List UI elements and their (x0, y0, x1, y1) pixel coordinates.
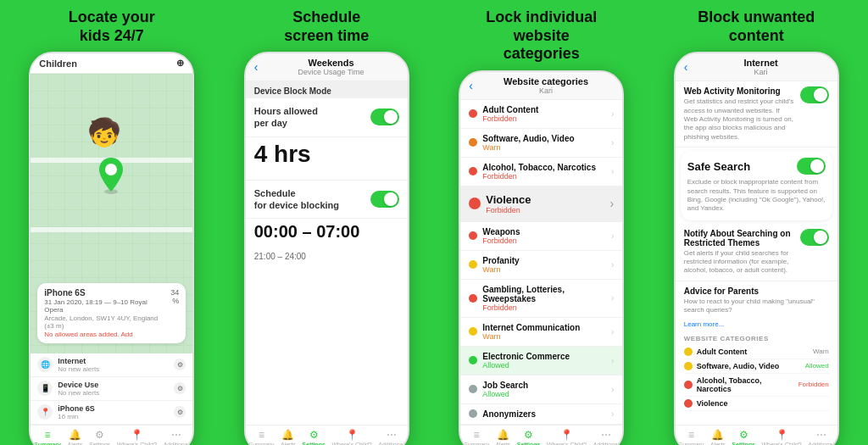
schedule-title-block: Weekends Device Usage Time (263, 58, 398, 76)
wc-alcohol[interactable]: Alcohol, Tobacco, Narcotics Forbidden (684, 374, 829, 397)
wc-violence-name: Violence (697, 399, 825, 408)
deviceuse-text: Device Use No new alerts (58, 381, 169, 397)
additional-label-4: Additional (808, 442, 834, 445)
back-button-2[interactable]: ‹ (254, 60, 259, 74)
safe-search-header: Safe Search (687, 158, 826, 175)
summary-icon-2: ≡ (259, 429, 264, 441)
nav-alerts-2[interactable]: 🔔 Alerts (281, 429, 296, 445)
block-header: ‹ Internet Kari (676, 53, 837, 81)
alerts-icon-3: 🔔 (497, 429, 509, 441)
wc-adult-status: Warn (813, 348, 829, 355)
nav-alerts-3[interactable]: 🔔 Alerts (495, 429, 510, 445)
panel-locate: Locate yourkids 24/7 Children ⊕ 🧒 (7, 8, 217, 445)
nav-additional-1[interactable]: ⋯ Additional (164, 429, 190, 445)
nav-settings-4[interactable]: ⚙ Settings (732, 429, 755, 445)
settings-label-2: Settings (302, 442, 326, 445)
deviceuse-label: Device Use (58, 381, 169, 389)
alerts-label-3: Alerts (495, 442, 510, 445)
panel3-title: Lock individualwebsitecategories (477, 8, 605, 64)
bottom-nav-3: ≡ Summary 🔔 Alerts ⚙ Settings 📍 Where's … (460, 425, 622, 445)
bottom-nav-4: ≡ Summary 🔔 Alerts ⚙ Settings 📍 Where's … (676, 425, 837, 445)
advice-desc: How to react to your child making "unusu… (684, 298, 829, 315)
nav-summary-3[interactable]: ≡ Summary (464, 429, 489, 445)
ecommerce-status: Allowed (482, 361, 606, 370)
cat-weapons[interactable]: WeaponsForbidden › (460, 222, 622, 251)
internet-settings-icon[interactable]: ⚙ (174, 359, 186, 370)
wc-violence[interactable]: Violence (684, 397, 829, 411)
cat-gambling[interactable]: Gambling, Lotteries, SweepstakesForbidde… (460, 280, 622, 318)
map-area: 🧒 iPhone 6S 31 Jan 2020, 18:19 — 9–10 Ro… (31, 74, 192, 353)
wc-software-dot (684, 362, 693, 370)
cat-job-search[interactable]: Job SearchAllowed › (460, 375, 622, 404)
hours-value: 4 hrs (246, 137, 408, 175)
cat-software[interactable]: Software, Audio, VideoWarn › (460, 129, 622, 158)
alcohol-chevron-icon: › (611, 167, 614, 176)
nav-where-3[interactable]: 📍 Where's Child? (547, 429, 587, 445)
where-label-3: Where's Child? (547, 442, 587, 445)
back-button-3[interactable]: ‹ (469, 79, 473, 92)
weapons-name: Weapons (482, 227, 606, 236)
schedule-row: Schedulefor device blocking (246, 180, 408, 220)
web-activity-desc: Get statistics and restrict your child's… (684, 97, 795, 142)
nav-summary-4[interactable]: ≡ Summary (679, 429, 704, 445)
settings-icon-3: ⚙ (524, 429, 533, 441)
panel4-title: Block unwantedcontent (689, 8, 823, 45)
nav-settings-1[interactable]: ⚙ Settings (89, 429, 110, 445)
nav-additional-3[interactable]: ⋯ Additional (593, 429, 620, 445)
internet-text: Internet No new alerts (58, 357, 169, 373)
nav-additional-4[interactable]: ⋯ Additional (808, 429, 834, 445)
learn-more-link[interactable]: Learn more... (676, 320, 837, 331)
nav-where-2[interactable]: 📍 Where's Child? (331, 429, 371, 445)
anonymizers-chevron-icon: › (611, 409, 614, 419)
cat-ecommerce[interactable]: Electronic CommerceAllowed › (460, 347, 622, 375)
adult-status: Forbidden (482, 114, 606, 123)
block-title-text: Internet (693, 58, 828, 68)
notify-toggle[interactable] (800, 229, 829, 246)
wc-software[interactable]: Software, Audio, Video Allowed (684, 359, 829, 374)
block-subtitle: Kari (693, 68, 828, 76)
weapons-dot (469, 231, 477, 240)
wc-adult-dot (684, 348, 693, 356)
iphone-settings-icon[interactable]: ⚙ (174, 406, 186, 418)
cat-anonymizers[interactable]: Anonymizers › (460, 404, 622, 425)
alerts-icon-2: 🔔 (281, 429, 294, 441)
wc-alcohol-name: Alcohol, Tobacco, Narcotics (697, 376, 794, 393)
nav-where-1[interactable]: 📍 Where's Child? (117, 429, 157, 445)
web-activity-toggle[interactable] (800, 86, 829, 103)
adult-name: Adult Content (482, 105, 606, 114)
cat-adult-content[interactable]: Adult ContentForbidden › (460, 100, 622, 129)
nav-alerts-1[interactable]: 🔔 Alerts (68, 429, 83, 445)
weapons-chevron-icon: › (611, 231, 614, 241)
nav-summary-2[interactable]: ≡ Summary (249, 429, 275, 445)
schedule-toggle[interactable] (370, 191, 399, 208)
nav-alerts-4[interactable]: 🔔 Alerts (710, 429, 726, 445)
cat-profanity[interactable]: ProfanityWarn › (460, 251, 622, 280)
nav-where-4[interactable]: 📍 Where's Child? (761, 429, 801, 445)
safe-search-toggle[interactable] (797, 158, 826, 175)
deviceuse-settings-icon[interactable]: ⚙ (174, 382, 186, 394)
back-button-4[interactable]: ‹ (684, 60, 688, 74)
nav-settings-2[interactable]: ⚙ Settings (302, 429, 326, 445)
alcohol-name: Alcohol, Tobacco, Narcotics (482, 163, 606, 172)
device-addr: Arcade, London, SW1Y 4UY, England (±3 m) (44, 314, 164, 330)
panel-schedule: Schedulescreen time ‹ Weekends Device Us… (222, 8, 432, 445)
add-areas-link[interactable]: No allowed areas added. Add (44, 331, 164, 338)
panel2-title: Schedulescreen time (275, 8, 377, 45)
nav-summary-1[interactable]: ≡ Summary (34, 429, 61, 445)
wc-adult[interactable]: Adult Content Warn (684, 345, 829, 359)
map-character: 🧒 (87, 116, 121, 148)
ecommerce-chevron-icon: › (611, 356, 614, 365)
summary-label-2: Summary (249, 442, 275, 445)
nav-additional-2[interactable]: ⋯ Additional (378, 429, 404, 445)
cat-violence[interactable]: ViolenceForbidden › (460, 186, 622, 222)
job-search-name: Job Search (482, 381, 606, 390)
internet-label: Internet (58, 357, 169, 365)
cat-internet-comm[interactable]: Internet CommunicationWarn › (460, 318, 622, 347)
nav-settings-3[interactable]: ⚙ Settings (517, 429, 541, 445)
cat-alcohol[interactable]: Alcohol, Tobacco, NarcoticsForbidden › (460, 158, 622, 186)
block-title-block: Internet Kari (693, 58, 828, 76)
settings-label-3: Settings (517, 442, 541, 445)
hours-toggle[interactable] (370, 108, 399, 125)
additional-label-2: Additional (378, 442, 404, 445)
alerts-label-4: Alerts (710, 442, 726, 445)
